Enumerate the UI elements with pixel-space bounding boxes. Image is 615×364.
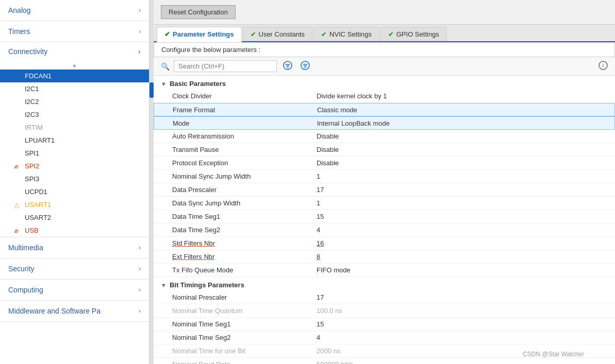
sidebar-category-connectivity-label: Connectivity [8, 47, 47, 56]
param-row-nominal-time-seg2[interactable]: Nominal Time Seg2 4 [154, 331, 615, 344]
sidebar-item-ucpd1[interactable]: UCPD1 [0, 185, 149, 198]
tab-parameter-settings[interactable]: ✔ Parameter Settings [157, 27, 242, 42]
param-value-frame-format: Classic mode [317, 106, 607, 114]
blank-icon [14, 137, 22, 144]
chevron-right-icon: › [139, 286, 141, 293]
param-value-nominal-baud-rate: 500000 bit/s [317, 360, 608, 364]
param-row-nominal-prescaler[interactable]: Nominal Prescaler 17 [154, 291, 615, 304]
param-value-nominal-sync-jump-width: 1 [317, 172, 608, 180]
search-input[interactable] [174, 60, 277, 72]
param-value-protocol-exception: Disable [317, 159, 608, 167]
sidebar-scrollbar[interactable] [149, 0, 154, 364]
param-row-transmit-pause[interactable]: Transmit Pause Disable [154, 143, 615, 157]
section-label-bit-timings: Bit Timings Parameters [170, 281, 244, 289]
param-row-data-time-seg2[interactable]: Data Time Seg2 4 [154, 223, 615, 237]
tab-user-constants[interactable]: ✔ User Constants [243, 27, 313, 41]
param-value-std-filters-nbr: 16 [317, 239, 608, 247]
tabs-bar: ✔ Parameter Settings ✔ User Constants ✔ … [154, 25, 615, 42]
sidebar-category-connectivity[interactable]: Connectivity ‹ [0, 42, 149, 61]
param-name-nominal-time-seg2: Nominal Time Seg2 [172, 334, 317, 341]
param-value-tx-fifo-queue-mode: FIFO mode [317, 266, 608, 274]
param-value-nominal-time-quantum: 100.0 ns [317, 307, 608, 315]
sidebar-item-spi3[interactable]: SPI3 [0, 172, 149, 185]
sidebar-item-i2c2[interactable]: I2C2 [0, 95, 149, 108]
sidebar-item-spi3-label: SPI3 [25, 175, 39, 183]
sidebar-item-i2c3[interactable]: I2C3 [0, 108, 149, 121]
param-name-auto-retransmission: Auto Retransmission [172, 132, 317, 140]
param-name-nominal-baud-rate: Nominal Baud Rate [172, 360, 317, 364]
param-row-data-time-seg1[interactable]: Data Time Seg1 15 [154, 210, 615, 223]
sidebar-category-analog[interactable]: Analog › [0, 0, 149, 21]
param-row-mode[interactable]: Mode Internal LoopBack mode [154, 116, 615, 130]
section-header-bit-timings[interactable]: ▼ Bit Timings Parameters [154, 277, 615, 291]
param-row-nominal-baud-rate[interactable]: Nominal Baud Rate 500000 bit/s [154, 358, 615, 364]
sidebar-item-usb-label: USB [25, 227, 39, 234]
sidebar-category-multimedia[interactable]: Multimedia › [0, 237, 149, 258]
sidebar-item-spi1[interactable]: SPI1 [0, 147, 149, 160]
sidebar-section-connectivity: Connectivity ‹ ▲ ✓ FDCAN1 I2C1 I2C2 I2C3… [0, 42, 149, 237]
blank-icon [14, 124, 22, 131]
param-name-nominal-sync-jump-width: Nominal Sync Jump Width [172, 172, 317, 180]
param-value-nominal-time-seg2: 4 [317, 334, 608, 341]
param-row-clock-divider[interactable]: Clock Divider Divide kernel clock by 1 [154, 90, 615, 103]
chevron-right-icon: › [139, 28, 141, 35]
sidebar-item-lpuart1[interactable]: LPUART1 [0, 134, 149, 147]
param-name-frame-format: Frame Format [173, 106, 317, 114]
circle-slash-icon-2: ⌀ [14, 227, 22, 234]
blank-icon [14, 150, 22, 157]
param-row-frame-format[interactable]: Frame Format Classic mode [154, 103, 615, 116]
svg-point-4 [301, 61, 309, 70]
param-row-tx-fifo-queue-mode[interactable]: Tx Fifo Queue Mode FIFO mode [154, 264, 615, 277]
tab-gpio-settings-label: GPIO Settings [396, 30, 439, 38]
param-name-data-time-seg1: Data Time Seg1 [172, 213, 317, 220]
param-row-data-sync-jump-width[interactable]: Data Sync Jump Width 1 [154, 197, 615, 210]
section-label-basic-parameters: Basic Parameters [170, 80, 226, 88]
param-row-protocol-exception[interactable]: Protocol Exception Disable [154, 157, 615, 170]
param-row-std-filters-nbr[interactable]: Std Filters Nbr 16 [154, 237, 615, 250]
reset-configuration-button[interactable]: Reset Configuration [161, 5, 236, 19]
warning-icon: △ [14, 201, 22, 209]
param-row-auto-retransmission[interactable]: Auto Retransmission Disable [154, 130, 615, 143]
sidebar-category-timers[interactable]: Timers › [0, 21, 149, 42]
sidebar-item-spi2[interactable]: ⌀ SPI2 [0, 160, 149, 172]
sidebar-category-computing[interactable]: Computing › [0, 280, 149, 301]
tab-nvic-settings[interactable]: ✔ NVIC Settings [313, 27, 379, 41]
param-name-data-time-seg2: Data Time Seg2 [172, 226, 317, 234]
sidebar-item-spi2-label: SPI2 [25, 162, 39, 170]
sidebar-item-usart2[interactable]: USART2 [0, 211, 149, 224]
blank-icon [14, 176, 22, 183]
sidebar-category-middleware-label: Middleware and Software Pa [8, 307, 101, 315]
filter-button-1[interactable] [281, 61, 294, 72]
param-value-data-time-seg1: 15 [317, 213, 608, 220]
sidebar-item-usart1[interactable]: △ USART1 [0, 198, 149, 211]
sidebar-item-fdcan1[interactable]: ✓ FDCAN1 [0, 70, 149, 82]
param-name-protocol-exception: Protocol Exception [172, 159, 317, 167]
param-row-nominal-sync-jump-width[interactable]: Nominal Sync Jump Width 1 [154, 170, 615, 183]
param-row-nominal-time-seg1[interactable]: Nominal Time Seg1 15 [154, 318, 615, 331]
param-row-nominal-time-for-one-bit[interactable]: Nominal Time for one Bit 2000 ns [154, 344, 615, 358]
info-button[interactable]: i [599, 61, 608, 72]
param-value-nominal-time-for-one-bit: 2000 ns [317, 347, 608, 355]
params-area: ▼ Basic Parameters Clock Divider Divide … [154, 76, 615, 364]
tab-gpio-settings[interactable]: ✔ GPIO Settings [380, 27, 447, 41]
configure-text: Configure the below parameters : [161, 46, 260, 54]
search-icon: 🔍 [161, 62, 170, 71]
param-row-ext-filters-nbr[interactable]: Ext Filters Nbr 8 [154, 250, 615, 264]
param-row-data-prescaler[interactable]: Data Prescaler 17 [154, 183, 615, 197]
sidebar-category-middleware[interactable]: Middleware and Software Pa › [0, 301, 149, 322]
sidebar-item-irtim[interactable]: IRTIM [0, 121, 149, 134]
filter-button-2[interactable] [298, 61, 312, 72]
sidebar-item-usb[interactable]: ⌀ USB [0, 224, 149, 237]
sidebar-category-security[interactable]: Security › [0, 258, 149, 280]
sidebar-category-security-label: Security [8, 265, 35, 273]
param-value-mode: Internal LoopBack mode [317, 119, 607, 127]
sidebar-scroll-thumb[interactable] [149, 82, 154, 98]
param-row-nominal-time-quantum[interactable]: Nominal Time Quantum 100.0 ns [154, 304, 615, 318]
param-name-mode: Mode [173, 119, 317, 127]
section-header-basic-parameters[interactable]: ▼ Basic Parameters [154, 76, 615, 90]
sidebar-item-i2c1[interactable]: I2C1 [0, 82, 149, 95]
blank-icon [14, 188, 22, 196]
circle-slash-icon: ⌀ [14, 163, 22, 170]
filter-icon-2 [301, 61, 310, 70]
param-name-nominal-prescaler: Nominal Prescaler [172, 293, 317, 301]
